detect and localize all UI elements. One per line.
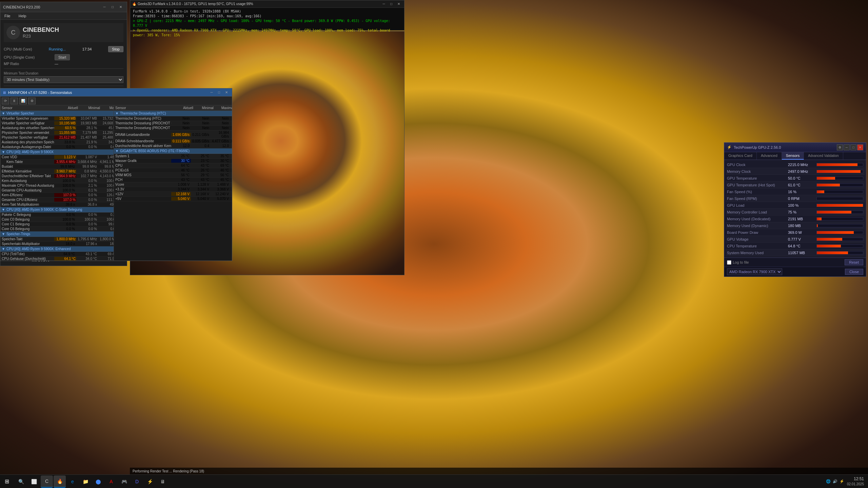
furmark-minimize-btn[interactable]: ─: [380, 1, 387, 7]
hwinfo-giga-cpu[interactable]: Wasser Grafik 30 °C 23 °C 30 °C 27 °C: [114, 159, 232, 163]
hwinfo-tool-btn-3[interactable]: 📊: [19, 98, 27, 104]
hwinfo-mem-multip[interactable]: Speichertakt-Multiplikator 18.0 x 17.96 …: [0, 242, 114, 246]
hwinfo-maximize-btn[interactable]: □: [216, 89, 222, 96]
hwinfo-row-physmem1[interactable]: Physischer Speicher verwendet 11,055 MB …: [0, 130, 114, 135]
hwinfo-dram-write[interactable]: DRAM-Schreibbandbreite 0.111 GB/s 0.035 …: [114, 139, 232, 144]
hwinfo-giga-gpu[interactable]: CPU 64 °C 43 °C 69 °C 63 °C: [114, 163, 232, 168]
hwinfo-cpu-gesausl[interactable]: Gesamte CPU-Auslastung 100.0 % 0.1 % 100…: [0, 188, 114, 193]
hwinfo-right-panel[interactable]: Sensor Aktuell Minimal Maximal Durchschn…: [114, 105, 232, 261]
cinebench-duration-select[interactable]: 30 minutes (Test Stability): [4, 76, 123, 83]
hwinfo-cpu-geseff[interactable]: Gesamte CPU-Effizienz 107.0 % 0.0 % 111.…: [0, 198, 114, 202]
gpuz-maximize-btn[interactable]: □: [850, 144, 856, 150]
hwinfo-cpu-vdd[interactable]: Core VDD 1.123 V 1.087 V 1.488 V 1.195 V: [0, 155, 114, 160]
hwinfo-tool-btn-4[interactable]: ⚙: [28, 98, 36, 104]
hwinfo-cpu-takt[interactable]: Kern-Takte 3,955.4 MHz 3,668.4 MHz 4,941…: [0, 160, 114, 164]
gpuz-tab-validation[interactable]: Advanced Validation: [804, 152, 843, 160]
hwinfo-dram-read[interactable]: DRAM-Lesebandbreite 1.696 GB/s 0.211 GB/…: [114, 130, 232, 139]
gpuz-close-btn[interactable]: ✕: [857, 144, 863, 150]
gpuz-tab-sensors[interactable]: Sensors: [782, 152, 804, 160]
cinebench-menu-help[interactable]: Help: [17, 13, 28, 19]
taskbar-task-view-icon[interactable]: ⬜: [28, 475, 40, 488]
gpuz-tab-graphics-card[interactable]: Graphics Card: [724, 152, 757, 160]
hwinfo-cs-c1[interactable]: Core C1 Belegung 0.0 % 0.0 % 99.6 % 10.1…: [0, 222, 114, 227]
hwinfo-mem-takt[interactable]: Speicher-Takt 1,800.0 MHz 1,795.6 MHz 1,…: [0, 237, 114, 242]
hwinfo-cs-c6[interactable]: Core C6 Belegung 0.0 % 0.0 % 0.0 % 6.9 %: [0, 227, 114, 231]
hwinfo-giga-pch[interactable]: PCH 43 °C 43 °C 45 °C 36 °C: [114, 178, 232, 182]
hwinfo-enh-cpugehause[interactable]: CPU-Gehäuse (Durchschnitt) 64.1 °C 34.0 …: [0, 257, 114, 261]
hwinfo-giga-pcie[interactable]: PCIEx16 46 °C 26 °C 46 °C 39 °C: [114, 168, 232, 173]
hwinfo-tool-btn-1[interactable]: ⟳: [2, 98, 9, 104]
taskbar-games-icon[interactable]: 🎮: [118, 475, 130, 488]
gpuz-tab-advanced[interactable]: Advanced: [757, 152, 782, 160]
hwinfo-cpu-bustakt[interactable]: Bustakt 99.8 MHz 99.8 MHz 99.8 MHz 99.8 …: [0, 164, 114, 169]
hwinfo-row-vm2[interactable]: Virtueller Speicher verfügbar 10,195 MB …: [0, 121, 114, 126]
hwinfo-giga-pcie-avg: 39 °C: [230, 168, 232, 172]
taskbar-clock[interactable]: 12:51 02.01.2025: [847, 476, 864, 486]
cinebench-maximize-btn[interactable]: □: [109, 4, 116, 11]
hwinfo-close-btn[interactable]: ✕: [223, 89, 230, 96]
hwinfo-giga-sys1[interactable]: System 1 25 °C 25 °C 35 °C 31 °C: [114, 154, 232, 159]
gpuz-settings-btn[interactable]: ⚙: [837, 144, 843, 150]
gpuz-device-select[interactable]: AMD Radeon RX 7900 XTX: [727, 268, 782, 275]
taskbar-furmark-icon[interactable]: 🔥: [54, 475, 66, 488]
hwinfo-giga-vcore[interactable]: Vcore 1.008 V 1.128 V 1.488 V 1.224 V: [114, 182, 232, 187]
cinebench-close-btn[interactable]: ✕: [117, 4, 124, 11]
hwinfo-giga-pch-val: 43 °C: [171, 178, 191, 182]
taskbar-cinebench-icon[interactable]: C: [41, 475, 53, 488]
gpuz-close-button[interactable]: Close: [845, 269, 863, 275]
hwinfo-cpu-efftakt[interactable]: Durchschnittlicher Effektiver Takt 3,964…: [0, 174, 114, 179]
hwinfo-cpu-effkerne[interactable]: Effektive Kernaktive 3.960.7 MHz 0.8 MHz…: [0, 169, 114, 174]
taskbar-sound-icon[interactable]: 🔊: [833, 479, 837, 484]
hwinfo-cpu-maxausl[interactable]: Maximale CPU-Thread-Auslastung 100.0 % 2…: [0, 183, 114, 188]
hwinfo-titlebar[interactable]: 🖥 HWiNFO64 v7.67-5280 - Sensorstatus ─ □…: [0, 88, 232, 97]
cinebench-minimize-btn[interactable]: ─: [101, 4, 108, 11]
taskbar-start-button[interactable]: ⊞: [0, 475, 14, 488]
hwinfo-row-physload[interactable]: Auslastung des physischen Speichers 33.8…: [0, 140, 114, 145]
hwinfo-cs-c0[interactable]: Pakete C Belegung 0.0 % 0.0 % 0.2 % 0.0 …: [0, 212, 114, 217]
hwinfo-therm-prochot[interactable]: Thermische Drosselung (PROCHOT CPU) Nein…: [114, 121, 232, 126]
hwinfo-enh-tcctdie[interactable]: CPU (Tctl/Tdie) 64.9 °C 43.1 °C 69.4 °C …: [0, 252, 114, 257]
hwinfo-therm-htc[interactable]: Thermische Drosselung (HTC) Nein Nein Ne…: [114, 116, 232, 121]
hwinfo-cs-c0b[interactable]: Core C0 Belegung 100.0 % 100.0 % 100.0 %…: [0, 217, 114, 222]
hwinfo-avg-kern[interactable]: Durchschnittliche Anzahl aktiver Kerne 1…: [114, 144, 232, 148]
taskbar-gpuz-icon[interactable]: ⚡: [144, 475, 156, 488]
cinebench-titlebar[interactable]: CINEBENCH R23.200 ─ □ ✕: [0, 2, 127, 12]
hwinfo-pm1-current: 11,055 MB: [54, 131, 76, 135]
taskbar-hwinfo-icon[interactable]: 🖥: [157, 475, 169, 488]
gpuz-titlebar[interactable]: ⚡ TechPowerUp GPU-Z 2.56.0 ⚙ ─ □ ✕: [724, 143, 866, 152]
taskbar-discord-icon[interactable]: D: [131, 475, 143, 488]
hwinfo-cpu-kerneff[interactable]: Kern-Effizienz 107.0 % 0.0 % 126.8 % 88.…: [0, 193, 114, 198]
hwinfo-row-vm1[interactable]: Virtueller Speicher zugewiesen 15,320 MB…: [0, 116, 114, 121]
hwinfo-row-physmem2[interactable]: Physischer Speicher verfügbar 21,612 MB …: [0, 135, 114, 140]
hwinfo-row-ausdate[interactable]: Auslastungs-Auslagerungs-Datei 0.0 % 0.0…: [0, 145, 114, 149]
taskbar-chrome-icon[interactable]: ⬤: [92, 475, 104, 488]
taskbar-search-icon[interactable]: 🔍: [15, 475, 27, 488]
hwinfo-therm-prochotext[interactable]: Thermische Drosselung (PROCHOT EXT) Nein…: [114, 126, 232, 130]
hwinfo-giga-5v[interactable]: +5V 5.040 V 5.040 V 5.070 V 5.061 V: [114, 197, 232, 201]
hwinfo-pm2-current: 21,612 MB: [54, 136, 76, 139]
hwinfo-cpu-kerneff-min: 0.0 %: [76, 193, 98, 197]
furmark-close-btn[interactable]: ✕: [395, 1, 402, 7]
taskbar-edge-icon[interactable]: e: [66, 475, 79, 488]
taskbar-explorer-icon[interactable]: 📁: [79, 475, 92, 488]
furmark-maximize-btn[interactable]: □: [388, 1, 395, 7]
gpuz-reset-button[interactable]: Reset: [845, 259, 863, 265]
hwinfo-minimize-btn[interactable]: ─: [208, 89, 215, 96]
taskbar-network-icon[interactable]: 🌐: [826, 479, 831, 484]
hwinfo-cpu-kernausl[interactable]: Kern-Auslastung 100.0 % 0.0 % 100.0 % 81…: [0, 179, 114, 183]
hwinfo-giga-vsoc[interactable]: +3.3V 3.344 V 3.344 V 3.368 V 3.345 V: [114, 187, 232, 192]
gpuz-row-sys-mem: System Memory Used 11057 MB: [726, 249, 865, 256]
hwinfo-row-vm3[interactable]: Auslastung des virtuellen Speichers 60.5…: [0, 126, 114, 130]
taskbar-amd-icon[interactable]: A: [105, 475, 117, 488]
gpuz-log-checkbox[interactable]: [727, 260, 731, 265]
cinebench-menu-file[interactable]: File: [3, 13, 12, 19]
cinebench-start-button[interactable]: Start: [55, 54, 70, 60]
cinebench-stop-button[interactable]: Stop: [108, 46, 123, 52]
furmark-titlebar[interactable]: 🔥 Geeks3D FurMark v.1.34.0.0 - 1671PS, G…: [130, 0, 404, 8]
gpuz-minimize-btn[interactable]: ─: [844, 144, 850, 150]
hwinfo-tool-btn-2[interactable]: ⏸: [11, 98, 18, 104]
hwinfo-giga-vrm[interactable]: VRM MOS 56 °C 29 °C 56 °C 50 °C: [114, 173, 232, 178]
hwinfo-giga-12v[interactable]: +12V 12.168 V 12.168 V 12.240 V 12.179 V: [114, 192, 232, 197]
hwinfo-left-panel[interactable]: Sensor Aktuell Minimal Maximal Durchschn…: [0, 105, 114, 261]
hwinfo-cpu-multip[interactable]: Kern-Takt Multiplikatoren 39.6 x 36.8 x …: [0, 202, 114, 207]
